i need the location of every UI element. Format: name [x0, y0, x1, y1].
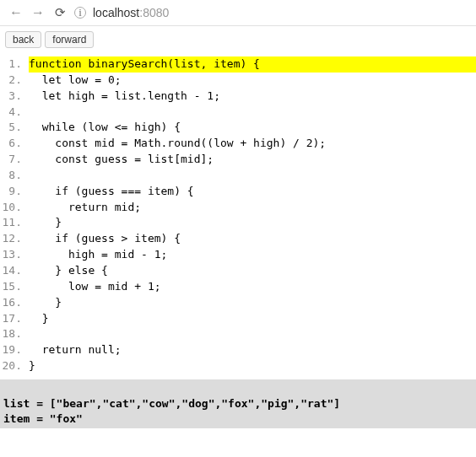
line-number: 16. — [0, 295, 29, 311]
code-line: 4. — [0, 105, 476, 121]
code-text: let high = list.length - 1; — [29, 89, 476, 105]
code-line: 14. } else { — [0, 263, 476, 279]
code-line: 11. } — [0, 215, 476, 231]
state-panel: list = ["bear","cat","cow","dog","fox","… — [0, 379, 476, 429]
line-number: 6. — [0, 136, 29, 152]
code-line: 6. const mid = Math.round((low + high) /… — [0, 136, 476, 152]
line-number: 12. — [0, 231, 29, 247]
line-number: 15. — [0, 279, 29, 295]
code-line: 9. if (guess === item) { — [0, 184, 476, 200]
code-text: } — [29, 358, 476, 374]
line-number: 4. — [0, 105, 29, 121]
code-line: 20.} — [0, 358, 476, 374]
code-text: } — [29, 295, 476, 311]
line-number: 8. — [0, 168, 29, 184]
line-number: 9. — [0, 184, 29, 200]
url-host: localhost — [93, 6, 139, 19]
line-number: 19. — [0, 342, 29, 358]
line-number: 2. — [0, 73, 29, 89]
code-text: low = mid + 1; — [29, 279, 476, 295]
line-number: 3. — [0, 89, 29, 105]
code-line: 2. let low = 0; — [0, 73, 476, 89]
code-line: 10. return mid; — [0, 200, 476, 216]
code-line: 15. low = mid + 1; — [0, 279, 476, 295]
line-number: 20. — [0, 358, 29, 374]
state-list: list = ["bear","cat","cow","dog","fox","… — [3, 397, 340, 410]
line-number: 1. — [0, 56, 29, 73]
code-line: 5. while (low <= high) { — [0, 120, 476, 136]
address-bar[interactable]: localhost:8080 — [93, 6, 169, 19]
code-line: 19. return null; — [0, 342, 476, 358]
code-text: return mid; — [29, 200, 476, 216]
code-line: 16. } — [0, 295, 476, 311]
code-line: 13. high = mid - 1; — [0, 247, 476, 263]
back-arrow-icon[interactable]: ← — [8, 5, 24, 20]
reload-icon[interactable]: ⟳ — [52, 5, 68, 20]
code-text — [29, 105, 476, 121]
state-item: item = "fox" — [3, 412, 83, 425]
line-number: 10. — [0, 200, 29, 216]
line-number: 13. — [0, 247, 29, 263]
code-text: } — [29, 311, 476, 327]
step-controls: back forward — [0, 26, 476, 51]
code-view: 1.function binarySearch(list, item) {2. … — [0, 51, 476, 379]
code-text — [29, 326, 476, 342]
code-line: 3. let high = list.length - 1; — [0, 89, 476, 105]
code-text: return null; — [29, 342, 476, 358]
forward-arrow-icon[interactable]: → — [30, 5, 46, 20]
code-line: 18. — [0, 326, 476, 342]
forward-button[interactable]: forward — [45, 31, 94, 48]
code-line: 7. const guess = list[mid]; — [0, 152, 476, 168]
code-line: 17. } — [0, 311, 476, 327]
code-text: while (low <= high) { — [29, 120, 476, 136]
line-number: 11. — [0, 215, 29, 231]
line-number: 5. — [0, 120, 29, 136]
code-text: } — [29, 215, 476, 231]
code-text — [29, 168, 476, 184]
code-text: let low = 0; — [29, 73, 476, 89]
code-text: if (guess === item) { — [29, 184, 476, 200]
code-text-active: function binarySearch(list, item) { — [29, 56, 476, 73]
info-icon[interactable]: i — [74, 7, 86, 19]
code-line: 12. if (guess > item) { — [0, 231, 476, 247]
code-text: const guess = list[mid]; — [29, 152, 476, 168]
code-text: high = mid - 1; — [29, 247, 476, 263]
code-text: if (guess > item) { — [29, 231, 476, 247]
line-number: 18. — [0, 326, 29, 342]
url-port: :8080 — [139, 6, 169, 19]
browser-toolbar: ← → ⟳ i localhost:8080 — [0, 0, 476, 26]
line-number: 14. — [0, 263, 29, 279]
code-line: 1.function binarySearch(list, item) { — [0, 56, 476, 73]
back-button[interactable]: back — [5, 31, 41, 48]
line-number: 7. — [0, 152, 29, 168]
line-number: 17. — [0, 311, 29, 327]
code-text: } else { — [29, 263, 476, 279]
code-line: 8. — [0, 168, 476, 184]
code-text: const mid = Math.round((low + high) / 2)… — [29, 136, 476, 152]
